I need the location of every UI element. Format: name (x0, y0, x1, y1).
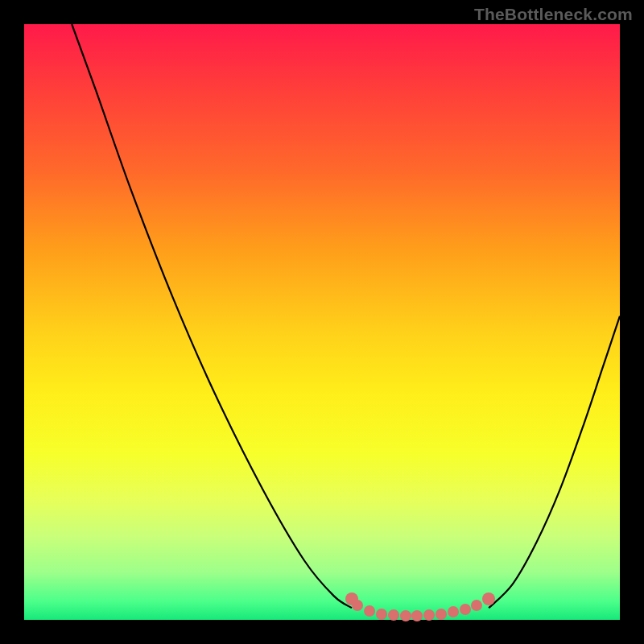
optimal-marker (436, 609, 447, 620)
optimal-marker (448, 606, 459, 617)
optimal-marker (352, 600, 363, 611)
watermark-text: TheBottleneck.com (474, 5, 633, 24)
optimal-marker (423, 609, 435, 621)
optimal-marker (388, 609, 399, 621)
curve-right-branch (489, 316, 620, 609)
optimal-marker (400, 610, 411, 621)
optimal-marker (471, 600, 482, 611)
optimal-marker (460, 604, 471, 615)
optimal-marker (376, 609, 387, 620)
optimal-marker (411, 610, 423, 621)
optimal-marker (482, 592, 495, 605)
curve-left-branch (72, 24, 352, 608)
optimal-marker (364, 605, 375, 617)
chart-plot-area (24, 24, 620, 620)
chart-curves-svg (24, 24, 620, 620)
